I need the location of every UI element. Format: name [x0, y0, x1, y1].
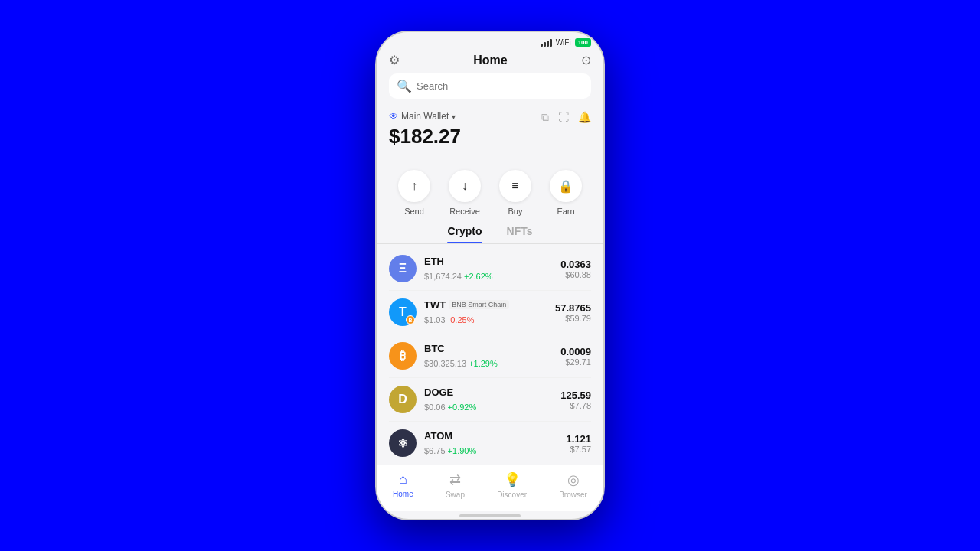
- discover-nav-label: Discover: [497, 491, 527, 499]
- copy-button[interactable]: ⧉: [541, 111, 549, 124]
- crypto-network-badge: BNB Smart Chain: [449, 300, 509, 309]
- crypto-info-atom: ATOM $6.75 +1.90%: [424, 430, 566, 457]
- crypto-usd: $7.57: [566, 445, 591, 454]
- wallet-section: 👁 Main Wallet ▾ $182.27 ⧉ ⛶ 🔔: [377, 108, 603, 164]
- eth-icon: Ξ: [389, 255, 416, 282]
- buy-icon: ≡: [499, 170, 531, 202]
- crypto-info-doge: DOGE $0.06 +0.92%: [424, 386, 560, 413]
- crypto-symbol: BTC: [424, 343, 445, 354]
- receive-icon: ↓: [449, 170, 481, 202]
- list-item[interactable]: D DOGE $0.06 +0.92% 125.59 $7.78: [389, 378, 591, 422]
- crypto-amount: 1.121: [566, 433, 591, 445]
- atom-icon: ⚛: [389, 429, 416, 457]
- signal-icon: [541, 39, 552, 47]
- crypto-amount: 57.8765: [555, 302, 591, 314]
- battery-badge: 100: [575, 38, 591, 47]
- wifi-icon: WiFi: [556, 38, 571, 47]
- tab-crypto[interactable]: Crypto: [447, 225, 482, 243]
- crypto-price: $6.75: [424, 446, 448, 455]
- crypto-info-eth: ETH $1,674.24 +2.62%: [424, 256, 560, 282]
- buy-label: Buy: [508, 207, 523, 216]
- crypto-price: $30,325.13: [424, 359, 469, 368]
- crypto-amounts-twt: 57.8765 $59.79: [555, 302, 591, 323]
- send-label: Send: [404, 207, 424, 216]
- crypto-change: +0.92%: [448, 403, 477, 412]
- browser-nav-label: Browser: [559, 491, 587, 499]
- crypto-usd: $60.88: [560, 270, 591, 279]
- home-nav-icon: ⌂: [399, 471, 407, 487]
- crypto-symbol: ATOM: [424, 430, 452, 442]
- crypto-price: $1.03: [424, 315, 448, 324]
- discover-nav-icon: 💡: [504, 471, 521, 488]
- crypto-amounts-eth: 0.0363 $60.88: [560, 259, 591, 279]
- home-indicator: [459, 514, 521, 517]
- browser-nav-icon: ◎: [567, 471, 580, 488]
- buy-button[interactable]: ≡ Buy: [499, 170, 531, 216]
- crypto-price: $1,674.24: [424, 272, 464, 281]
- send-icon: ↑: [398, 170, 430, 202]
- swap-nav-label: Swap: [446, 491, 465, 499]
- doge-icon: D: [389, 386, 416, 413]
- nav-browser[interactable]: ◎ Browser: [559, 471, 587, 499]
- crypto-amount: 0.0009: [560, 346, 591, 357]
- send-button[interactable]: ↑ Send: [398, 170, 430, 216]
- crypto-info-twt: TWT BNB Smart Chain $1.03 -0.25%: [424, 299, 555, 326]
- earn-button[interactable]: 🔒 Earn: [550, 170, 582, 216]
- crypto-symbol: TWT: [424, 299, 446, 311]
- scan-button[interactable]: ⊙: [581, 53, 591, 67]
- status-bar: WiFi 100: [377, 32, 603, 50]
- action-bar: ↑ Send ↓ Receive ≡ Buy 🔒 Earn: [377, 164, 603, 225]
- crypto-info-btc: BTC $30,325.13 +1.29%: [424, 343, 560, 370]
- tabs: Crypto NFTs: [377, 225, 603, 244]
- crypto-amount: 0.0363: [560, 259, 591, 270]
- crypto-amount: 125.59: [560, 390, 591, 401]
- search-icon: 🔍: [397, 79, 412, 93]
- crypto-amounts-doge: 125.59 $7.78: [560, 390, 591, 410]
- list-item[interactable]: Ξ ETH $1,674.24 +2.62% 0.0363 $60.88: [389, 247, 591, 291]
- earn-icon: 🔒: [550, 170, 582, 202]
- crypto-usd: $59.79: [555, 314, 591, 323]
- crypto-list: Ξ ETH $1,674.24 +2.62% 0.0363 $60.88 T B: [377, 247, 603, 465]
- crypto-symbol: ETH: [424, 256, 444, 267]
- tab-nfts[interactable]: NFTs: [507, 225, 533, 243]
- fullscreen-button[interactable]: ⛶: [558, 111, 569, 124]
- wallet-label: Main Wallet: [401, 111, 449, 122]
- settings-button[interactable]: ⚙: [389, 53, 400, 67]
- receive-button[interactable]: ↓ Receive: [449, 170, 481, 216]
- list-item[interactable]: ⚛ ATOM $6.75 +1.90% 1.121 $7.57: [389, 422, 591, 465]
- notification-button[interactable]: 🔔: [578, 111, 591, 124]
- home-nav-label: Home: [393, 490, 413, 498]
- crypto-usd: $29.71: [560, 357, 591, 367]
- crypto-change: +1.90%: [448, 446, 477, 455]
- crypto-amounts-atom: 1.121 $7.57: [566, 433, 591, 454]
- crypto-price: $0.06: [424, 403, 448, 412]
- btc-icon: ₿: [389, 342, 416, 370]
- list-item[interactable]: T B TWT BNB Smart Chain $1.03 -0.25% 57.…: [389, 291, 591, 334]
- wallet-chevron-icon: ▾: [452, 112, 456, 121]
- bottom-nav: ⌂ Home ⇄ Swap 💡 Discover ◎ Browser: [377, 465, 603, 511]
- top-bar: ⚙ Home ⊙: [377, 50, 603, 73]
- swap-nav-icon: ⇄: [449, 471, 461, 488]
- search-input[interactable]: [416, 80, 583, 92]
- crypto-change: +1.29%: [469, 359, 498, 368]
- crypto-amounts-btc: 0.0009 $29.71: [560, 346, 591, 367]
- earn-label: Earn: [557, 207, 574, 216]
- page-title: Home: [473, 54, 507, 67]
- twt-icon: T B: [389, 298, 416, 326]
- wallet-header: 👁 Main Wallet ▾: [389, 111, 461, 122]
- nav-swap[interactable]: ⇄ Swap: [446, 471, 465, 499]
- list-item[interactable]: ₿ BTC $30,325.13 +1.29% 0.0009 $29.71: [389, 334, 591, 378]
- crypto-change: -0.25%: [448, 315, 475, 324]
- receive-label: Receive: [449, 207, 480, 216]
- crypto-symbol: DOGE: [424, 386, 453, 398]
- eye-icon: 👁: [389, 111, 398, 122]
- search-bar: 🔍: [389, 73, 591, 99]
- crypto-change: +2.62%: [464, 272, 493, 281]
- bnb-badge-dot: B: [406, 315, 415, 324]
- nav-home[interactable]: ⌂ Home: [393, 471, 413, 499]
- wallet-balance: $182.27: [389, 125, 461, 148]
- nav-discover[interactable]: 💡 Discover: [497, 471, 527, 499]
- crypto-usd: $7.78: [560, 401, 591, 410]
- phone-frame: WiFi 100 ⚙ Home ⊙ 🔍 👁 Main Wallet ▾ $182…: [375, 31, 605, 520]
